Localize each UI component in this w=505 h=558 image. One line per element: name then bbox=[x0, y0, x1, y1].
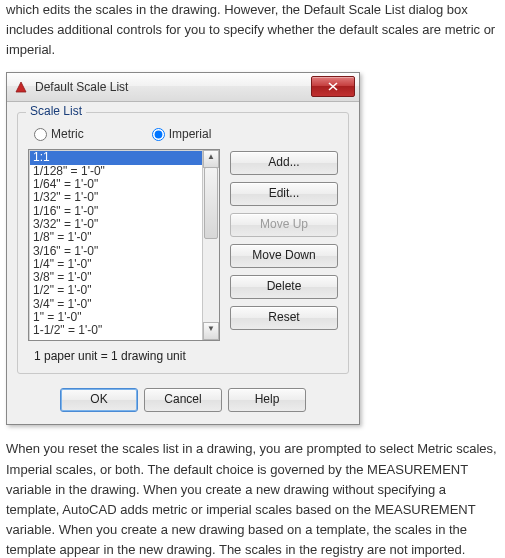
list-item[interactable]: 1/128" = 1'-0" bbox=[30, 165, 202, 178]
radio-imperial-input[interactable] bbox=[152, 128, 165, 141]
list-item[interactable]: 1/64" = 1'-0" bbox=[30, 178, 202, 191]
scale-list-group: Scale List Metric Imperial 1:11/128" = 1… bbox=[17, 112, 349, 374]
help-button[interactable]: Help bbox=[228, 388, 306, 412]
scroll-up-icon[interactable]: ▲ bbox=[203, 150, 219, 168]
cancel-button[interactable]: Cancel bbox=[144, 388, 222, 412]
unit-radio-row: Metric Imperial bbox=[34, 127, 338, 141]
doc-paragraph-bottom: When you reset the scales list in a draw… bbox=[6, 439, 499, 558]
radio-metric-input[interactable] bbox=[34, 128, 47, 141]
dialog-title: Default Scale List bbox=[35, 80, 128, 94]
radio-metric[interactable]: Metric bbox=[34, 127, 84, 141]
radio-metric-label: Metric bbox=[51, 127, 84, 141]
move-down-button[interactable]: Move Down bbox=[230, 244, 338, 268]
listbox-scrollbar[interactable]: ▲ ▼ bbox=[202, 150, 219, 340]
list-item[interactable]: 1/32" = 1'-0" bbox=[30, 191, 202, 204]
list-item[interactable]: 1:1 bbox=[30, 151, 202, 164]
list-item[interactable]: 1/8" = 1'-0" bbox=[30, 231, 202, 244]
paper-unit-note: 1 paper unit = 1 drawing unit bbox=[34, 349, 338, 363]
app-icon bbox=[13, 79, 29, 95]
edit-button[interactable]: Edit... bbox=[230, 182, 338, 206]
list-item[interactable]: 1-1/2" = 1'-0" bbox=[30, 324, 202, 337]
delete-button[interactable]: Delete bbox=[230, 275, 338, 299]
add-button[interactable]: Add... bbox=[230, 151, 338, 175]
dialog-button-row: OK Cancel Help bbox=[17, 388, 349, 412]
side-button-column: Add... Edit... Move Up Move Down Delete … bbox=[230, 149, 338, 341]
default-scale-list-dialog: Default Scale List Scale List Metric Imp… bbox=[6, 72, 360, 425]
scale-listbox[interactable]: 1:11/128" = 1'-0"1/64" = 1'-0"1/32" = 1'… bbox=[28, 149, 220, 341]
dialog-body: Scale List Metric Imperial 1:11/128" = 1… bbox=[7, 102, 359, 424]
list-item[interactable]: 3/8" = 1'-0" bbox=[30, 271, 202, 284]
doc-paragraph-top: which edits the scales in the drawing. H… bbox=[6, 0, 499, 60]
list-area: 1:11/128" = 1'-0"1/64" = 1'-0"1/32" = 1'… bbox=[28, 149, 338, 341]
close-icon bbox=[328, 82, 338, 91]
move-up-button[interactable]: Move Up bbox=[230, 213, 338, 237]
group-label: Scale List bbox=[26, 104, 86, 118]
close-button[interactable] bbox=[311, 76, 355, 97]
list-item[interactable]: 1/16" = 1'-0" bbox=[30, 205, 202, 218]
list-item[interactable]: 1/4" = 1'-0" bbox=[30, 258, 202, 271]
list-item[interactable]: 3/4" = 1'-0" bbox=[30, 298, 202, 311]
reset-button[interactable]: Reset bbox=[230, 306, 338, 330]
list-item[interactable]: 1/2" = 1'-0" bbox=[30, 284, 202, 297]
radio-imperial-label: Imperial bbox=[169, 127, 212, 141]
list-item[interactable]: 1" = 1'-0" bbox=[30, 311, 202, 324]
title-bar[interactable]: Default Scale List bbox=[7, 73, 359, 102]
list-item[interactable]: 3/32" = 1'-0" bbox=[30, 218, 202, 231]
scroll-down-icon[interactable]: ▼ bbox=[203, 322, 219, 340]
ok-button[interactable]: OK bbox=[60, 388, 138, 412]
scroll-thumb[interactable] bbox=[204, 167, 218, 239]
list-item[interactable]: 3/16" = 1'-0" bbox=[30, 245, 202, 258]
radio-imperial[interactable]: Imperial bbox=[152, 127, 212, 141]
